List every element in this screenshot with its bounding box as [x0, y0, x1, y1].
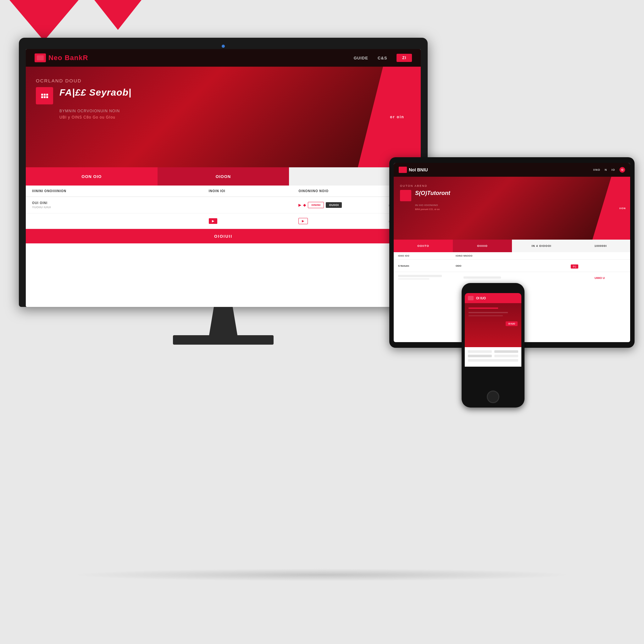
hero-title: FA|££ Seyraob|	[59, 87, 131, 97]
monitor-screen: Neo BankR GUIDE C&S ZI or oin Ocrla	[26, 49, 421, 307]
action-icon-play[interactable]: ▶	[298, 203, 301, 207]
tablet-nav-item-2[interactable]: IO	[611, 168, 615, 171]
desktop-tab-0[interactable]: OON OIO	[26, 167, 158, 186]
tablet-action-btn[interactable]: O )	[571, 264, 578, 269]
tablet-hero-row: S(O)Tutoront	[400, 190, 624, 201]
tablet-product-action-2: O )	[571, 263, 626, 269]
table-row-2: ▶ ▶ ›	[26, 214, 421, 229]
phone-logo-text: OI IUO	[476, 297, 486, 300]
tablet-product-price: ODO	[456, 264, 511, 267]
tablet-product-header-2	[513, 255, 568, 257]
tablet-logo-icon	[399, 167, 407, 173]
phone-product-row-2	[468, 355, 518, 357]
phone-nav: OI IUO	[465, 293, 521, 303]
product-name-cell: OUI OINI YUOIIU IUIUI	[32, 201, 206, 209]
product-price-cell	[209, 205, 296, 206]
hero-main-row: FA|££ Seyraob|	[36, 87, 411, 104]
table-row: S Notuim ODO O )	[394, 260, 630, 272]
tablet-nav-item-1[interactable]: N	[605, 168, 607, 171]
tablet-hero-title: S(O)Tutoront	[415, 190, 450, 197]
phone-hero-bar2	[469, 312, 508, 313]
product-action-cell-2: ▶	[209, 218, 296, 224]
hero-dot-2	[44, 94, 46, 96]
tablet-tab-1[interactable]: OIIIIIO	[453, 240, 512, 252]
product-header: IIININI ONOIIIINION INOIN IOI OINONIINO …	[26, 186, 421, 197]
tablet-row2-amount: UIIIIO U	[595, 276, 605, 280]
phone-bar-3	[468, 355, 492, 357]
table-row-2: UIIIIO U	[394, 272, 630, 283]
action-btn-red[interactable]: ▶	[209, 218, 218, 224]
tablet-tabs: OOIITO OIIIIIO IN 4 OIOOOI 100000I	[394, 240, 630, 252]
phone-device: OI IUO OI IUO	[462, 283, 525, 408]
tablet-tab-2[interactable]: IN 4 OIOOOI	[512, 240, 571, 252]
hero-link[interactable]: UBI y OINS C8o Go ou GIou	[36, 115, 411, 119]
phone-product-row-3	[468, 359, 518, 362]
nav-cta-button[interactable]: ZI	[397, 54, 412, 62]
product-action-cell-3: ▶	[298, 218, 385, 224]
nav-item-guide[interactable]: GUIDE	[354, 56, 368, 60]
phone-home-button[interactable]	[487, 391, 499, 403]
desktop-logo-text: Neo BankR	[48, 54, 88, 62]
product-sub: YUOIIU IUIUI	[32, 206, 206, 209]
tablet-row2-bar3	[464, 276, 501, 279]
phone-bar-4	[494, 355, 518, 357]
phone-hero-bar1	[469, 308, 498, 309]
phone-bar-2	[494, 350, 518, 353]
action-btn-outline[interactable]: IIININI	[308, 202, 324, 208]
tablet-hero-link[interactable]: BINI ponunt CO, oi oo	[400, 208, 624, 211]
desktop-products: IIININI ONOIIIINION INOIN IOI OINONIINO …	[26, 186, 421, 229]
tablet-nav-items: IINO N IO O	[593, 167, 625, 173]
phone-bar-5	[468, 359, 518, 362]
action-btn-outline-2[interactable]: ▶	[298, 218, 308, 224]
phone-hero: OI IUO	[465, 303, 521, 347]
tablet-product-header-3	[571, 255, 626, 257]
tablet-product-price-cell: ODO	[456, 264, 511, 267]
tablet-logo-text: NoI BNIU	[409, 167, 428, 172]
hero-dot-5	[44, 96, 46, 98]
table-row: OUI OINI YUOIIU IUIUI ▶ ◆ IIININI OUIIOI	[26, 197, 421, 214]
tablet-row2-bar2	[398, 278, 429, 280]
tablet-nav-item-0[interactable]: IINO	[593, 168, 600, 171]
tablet-hero-accent-text: IION	[619, 207, 626, 210]
phone-product-area	[465, 347, 521, 367]
phone-product-row-1	[468, 350, 518, 353]
monitor-bezel: Neo BankR GUIDE C&S ZI or oin Ocrla	[19, 38, 428, 307]
phone-cta-button[interactable]: OI IUO	[506, 321, 518, 326]
tablet-product-name: S Notuim	[398, 264, 453, 267]
monitor-power-led	[222, 45, 225, 48]
hero-subtitle: Ocrland Doud	[36, 78, 411, 83]
desktop-logo: Neo BankR	[35, 53, 88, 62]
tablet-tab-0[interactable]: OOIITO	[394, 240, 453, 252]
hero-dot-1	[41, 94, 43, 96]
product-header-0: IIININI ONOIIIINION	[32, 189, 206, 193]
logo-part1: Neo BankR	[48, 54, 88, 62]
scene: Neo BankR GUIDE C&S ZI or oin Ocrla	[0, 38, 644, 644]
monitor-stand	[19, 307, 428, 345]
hero-description: BYMNIN OCRVOIONUIN NOIN	[36, 109, 411, 113]
tablet-nav-icon[interactable]: O	[619, 167, 625, 173]
action-btn-dark[interactable]: OUIIOI	[326, 202, 342, 208]
tablet-nav: NoI BNIU IINO N IO O	[394, 163, 630, 177]
tablet-logo: NoI BNIU	[399, 167, 428, 173]
desktop-nav-items: GUIDE C&S ZI	[354, 54, 412, 62]
arrow-right	[94, 0, 142, 30]
hero-dot-4	[41, 96, 43, 98]
tablet-row2-cta: UIIIIO U	[595, 275, 626, 280]
tablet-product-name-cell: S Notuim	[398, 264, 453, 267]
product-header-2: OINONIINO NOIO	[298, 189, 385, 193]
tablet-hero: IION Outon Abend S(O)Tutoront IN IIIO IO…	[394, 177, 630, 240]
nav-item-cs[interactable]: C&S	[378, 56, 387, 60]
footer-bar-text: OIOIUII	[214, 234, 232, 239]
hero-dot-6	[46, 96, 48, 98]
tablet-row2-bar1	[398, 275, 442, 277]
tablet-hero-icon	[400, 190, 411, 201]
hero-icon-box	[36, 87, 53, 104]
desktop-tab-1[interactable]: OIOON	[158, 167, 289, 186]
product-header-1: INOIN IOI	[209, 189, 296, 193]
phone-btn-area: OI IUO	[469, 321, 518, 326]
desktop-hero: or oin Ocrland Doud	[26, 67, 421, 167]
tablet-product-header-0: IOIIO IOO	[398, 255, 453, 257]
logo-icon	[35, 53, 46, 62]
action-icon-heart[interactable]: ◆	[303, 203, 306, 207]
tablet-tab-3[interactable]: 100000I	[571, 240, 630, 252]
